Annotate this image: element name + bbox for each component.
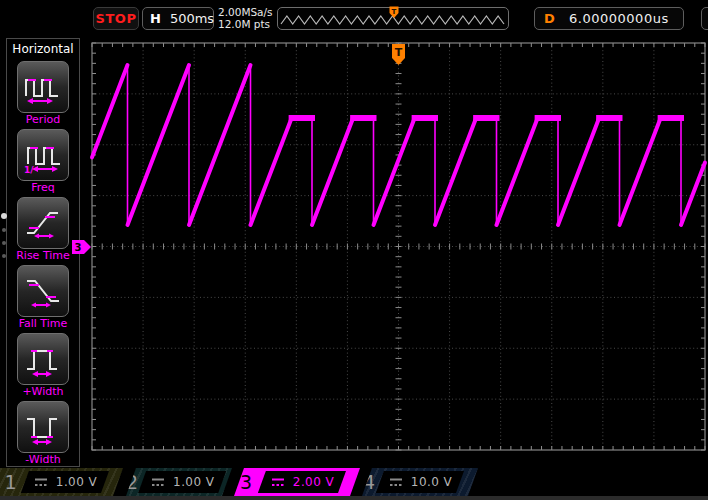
delay-label: D (544, 11, 555, 26)
channel-info-box: 10.0 V (376, 471, 464, 493)
dc-coupling-icon (150, 477, 166, 488)
sidebar-item-rise-time[interactable]: Rise Time (7, 197, 79, 262)
graticule (92, 43, 705, 450)
page-dot (2, 228, 6, 232)
rise-time-icon (23, 203, 63, 243)
sidebar-item-label: Freq (7, 181, 79, 194)
channel-block-3[interactable]: 3 2.00 V (234, 468, 360, 496)
channel-scale: 10.0 V (411, 475, 452, 489)
sidebar-item-plus-width[interactable]: +Width (7, 333, 79, 398)
trigger-settings-box-partial (701, 7, 708, 30)
run-state-badge: STOP (93, 7, 139, 30)
channel-block-2[interactable]: 2 1.00 V (126, 468, 232, 496)
trigger-position-icon[interactable]: T (389, 6, 399, 19)
page-dot (2, 241, 6, 245)
rise-time-button[interactable] (17, 197, 69, 249)
channel-info-box: 1.00 V (21, 471, 109, 493)
timebase-label: H (150, 11, 161, 26)
top-bar: STOP H 500ms 2.00MSa/s 12.0M pts T D 6.0… (0, 0, 708, 37)
sidebar-item-label: Rise Time (7, 249, 79, 262)
dc-coupling-icon (33, 477, 49, 488)
fall-time-button[interactable] (17, 265, 69, 317)
sidebar-item-label: -Width (7, 453, 79, 466)
period-icon (23, 67, 63, 107)
channel-number: 4 (362, 468, 376, 496)
svg-text:T: T (392, 8, 397, 16)
timebase-box: H 500ms (142, 7, 214, 30)
horizontal-measure-menu: Horizontal Period 1/ (6, 38, 80, 467)
svg-text:T: T (395, 46, 403, 59)
channel-number: 3 (234, 468, 258, 496)
plus-width-icon (23, 339, 63, 379)
dc-coupling-icon (388, 477, 404, 488)
channel-scale: 1.00 V (56, 475, 97, 489)
channel-scale: 2.00 V (293, 475, 334, 489)
waveform-preview[interactable]: T (277, 7, 509, 30)
timebase-value: 500ms (170, 11, 214, 26)
trigger-marker[interactable]: T (392, 44, 405, 65)
channel-block-1[interactable]: 1 1.00 V (0, 468, 123, 496)
sidebar-item-label: +Width (7, 385, 79, 398)
run-state-label: STOP (96, 11, 137, 26)
channel-block-4[interactable]: 4 10.0 V (362, 468, 478, 496)
menu-page-indicator (1, 204, 7, 267)
delay-box: D 6.00000000us (534, 7, 684, 30)
menu-title: Horizontal (7, 39, 79, 58)
scope-display: T3 (0, 0, 708, 500)
sidebar-item-minus-width[interactable]: -Width (7, 401, 79, 466)
minus-width-button[interactable] (17, 401, 69, 453)
sidebar-item-period[interactable]: Period (7, 61, 79, 126)
sidebar-item-freq[interactable]: 1/ Freq (7, 129, 79, 194)
freq-icon: 1/ (23, 135, 63, 175)
channel-number: 1 (0, 468, 21, 496)
dc-coupling-icon (270, 477, 286, 488)
oscilloscope-screen: STOP H 500ms 2.00MSa/s 12.0M pts T D 6.0… (0, 0, 708, 500)
delay-value: 6.00000000us (555, 11, 683, 26)
freq-button[interactable]: 1/ (17, 129, 69, 181)
plus-width-button[interactable] (17, 333, 69, 385)
bottom-strip (0, 496, 708, 500)
sidebar-item-fall-time[interactable]: Fall Time (7, 265, 79, 330)
sidebar-item-label: Fall Time (7, 317, 79, 330)
channel-number: 2 (126, 468, 138, 496)
page-dot (2, 254, 6, 258)
minus-width-icon (23, 407, 63, 447)
fall-time-icon (23, 271, 63, 311)
sidebar-item-label: Period (7, 113, 79, 126)
period-button[interactable] (17, 61, 69, 113)
channel-info-box: 1.00 V (138, 471, 226, 493)
channel-info-box: 2.00 V (258, 471, 346, 493)
channel3-trace (92, 65, 705, 225)
acquisition-info: 2.00MSa/s 12.0M pts (218, 6, 273, 30)
svg-text:1/: 1/ (24, 165, 34, 175)
channel-scale: 1.00 V (173, 475, 214, 489)
memory-depth: 12.0M pts (218, 18, 273, 30)
sample-rate: 2.00MSa/s (218, 6, 273, 18)
channel-bar: 1 1.00 V 2 1.00 V 3 (0, 468, 708, 496)
page-dot (1, 213, 7, 219)
